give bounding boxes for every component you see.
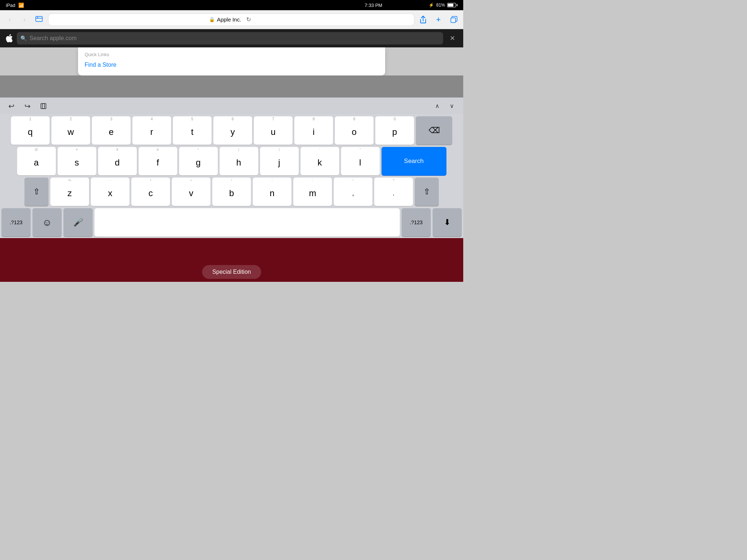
numbers-left-key[interactable]: .?123: [1, 208, 31, 237]
bluetooth-icon: ⚡: [429, 3, 434, 8]
key-s[interactable]: #s: [58, 147, 96, 175]
cursor-up-button[interactable]: ∧: [431, 100, 444, 112]
key-u[interactable]: 7u: [254, 116, 293, 145]
key-o[interactable]: 9o: [335, 116, 374, 145]
keyboard-dismiss-icon: ⬇: [444, 218, 450, 227]
share-button[interactable]: [418, 15, 428, 25]
back-button[interactable]: ‹: [4, 14, 15, 25]
bookmarks-button[interactable]: [34, 14, 44, 25]
forward-button[interactable]: ›: [19, 14, 30, 25]
clipboard-button[interactable]: [37, 100, 50, 112]
keyboard-row-3: ⇧ %z -x +c =v /b ;n :m !, ?. ⇧: [1, 178, 462, 206]
key-h[interactable]: (h: [220, 147, 258, 175]
toolbar-right: +: [418, 15, 459, 25]
site-search-bar: 🔍 ✕: [0, 29, 463, 47]
keyboard: 1q 2w 3e 4r 5t 6y 7u 8i 9o 0p ⌫ @a #s $d…: [0, 114, 463, 238]
status-bar: iPad 📶 7:33 PM ⚡ 81%: [0, 0, 463, 10]
tabs-button[interactable]: [449, 15, 459, 25]
key-r[interactable]: 4r: [132, 116, 171, 145]
key-f[interactable]: &f: [139, 147, 177, 175]
key-g[interactable]: *g: [179, 147, 218, 175]
site-search-input[interactable]: [30, 35, 440, 42]
search-key[interactable]: Search: [382, 147, 446, 175]
reload-button[interactable]: ↻: [243, 15, 253, 25]
quick-links-title: Quick Links: [85, 52, 379, 57]
key-question[interactable]: ?.: [374, 178, 413, 206]
key-j[interactable]: )j: [260, 147, 299, 175]
delete-key[interactable]: ⌫: [416, 116, 452, 145]
key-i[interactable]: 8i: [294, 116, 333, 145]
lock-icon: 🔒: [209, 17, 215, 22]
website-bottom-area: Special Edition: [0, 238, 463, 282]
svg-rect-1: [451, 18, 456, 23]
key-b[interactable]: /b: [212, 178, 251, 206]
keyboard-row-1: 1q 2w 3e 4r 5t 6y 7u 8i 9o 0p ⌫: [1, 116, 462, 145]
key-p[interactable]: 0p: [375, 116, 414, 145]
quick-link-find-store[interactable]: Find a Store: [85, 60, 379, 70]
keyboard-row-4: .?123 ☺ 🎤 .?123 ⬇: [1, 208, 462, 237]
website-background: [0, 75, 463, 97]
battery-pct: 81%: [436, 3, 445, 8]
browser-bar: ‹ › 🔒 Apple Inc. ↻ +: [0, 10, 463, 29]
key-d[interactable]: $d: [98, 147, 137, 175]
apple-logo: [5, 34, 13, 42]
search-close-button[interactable]: ✕: [447, 33, 458, 44]
key-t[interactable]: 5t: [173, 116, 212, 145]
undo-button[interactable]: ↩: [5, 100, 18, 112]
key-w[interactable]: 2w: [51, 116, 90, 145]
keyboard-dismiss-key[interactable]: ⬇: [433, 208, 462, 237]
key-q[interactable]: 1q: [11, 116, 50, 145]
keyboard-toolbar: ↩ ↪ ∧ ∨: [0, 97, 463, 114]
device-label: iPad: [6, 3, 15, 8]
special-edition-button[interactable]: Special Edition: [202, 265, 261, 279]
url-bar[interactable]: 🔒 Apple Inc. ↻: [48, 13, 414, 26]
key-c[interactable]: +c: [131, 178, 170, 206]
svg-rect-3: [42, 104, 46, 109]
shift-left-key[interactable]: ⇧: [24, 178, 49, 206]
mic-icon: 🎤: [73, 218, 83, 227]
battery-indicator: [447, 3, 457, 7]
quick-links-panel: Quick Links Find a Store: [78, 47, 385, 75]
emoji-key[interactable]: ☺: [32, 208, 62, 237]
key-v[interactable]: =v: [172, 178, 210, 206]
key-x[interactable]: -x: [91, 178, 129, 206]
svg-rect-2: [41, 104, 44, 109]
key-y[interactable]: 6y: [213, 116, 252, 145]
key-e[interactable]: 3e: [92, 116, 131, 145]
key-a[interactable]: @a: [17, 147, 56, 175]
search-icon-small: 🔍: [20, 35, 27, 41]
new-tab-button[interactable]: +: [433, 15, 444, 25]
mic-key[interactable]: 🎤: [63, 208, 93, 237]
space-key[interactable]: [94, 208, 400, 237]
keyboard-row-2: @a #s $d &f *g (h )j 'k "l Search: [1, 147, 462, 175]
svg-rect-0: [36, 16, 42, 22]
key-m[interactable]: :m: [293, 178, 332, 206]
time-label: 7:33 PM: [365, 3, 382, 8]
emoji-icon: ☺: [42, 217, 52, 228]
numbers-right-key[interactable]: .?123: [402, 208, 431, 237]
key-k[interactable]: 'k: [301, 147, 339, 175]
wifi-icon: 📶: [18, 3, 24, 8]
key-n[interactable]: ;n: [253, 178, 291, 206]
cursor-down-button[interactable]: ∨: [446, 100, 458, 112]
shift-right-key[interactable]: ⇧: [415, 178, 439, 206]
site-search-input-wrap[interactable]: 🔍: [17, 32, 443, 44]
url-text: Apple Inc.: [217, 16, 241, 23]
key-z[interactable]: %z: [50, 178, 89, 206]
key-exclaim[interactable]: !,: [334, 178, 372, 206]
key-l[interactable]: "l: [341, 147, 380, 175]
redo-button[interactable]: ↪: [21, 100, 34, 112]
